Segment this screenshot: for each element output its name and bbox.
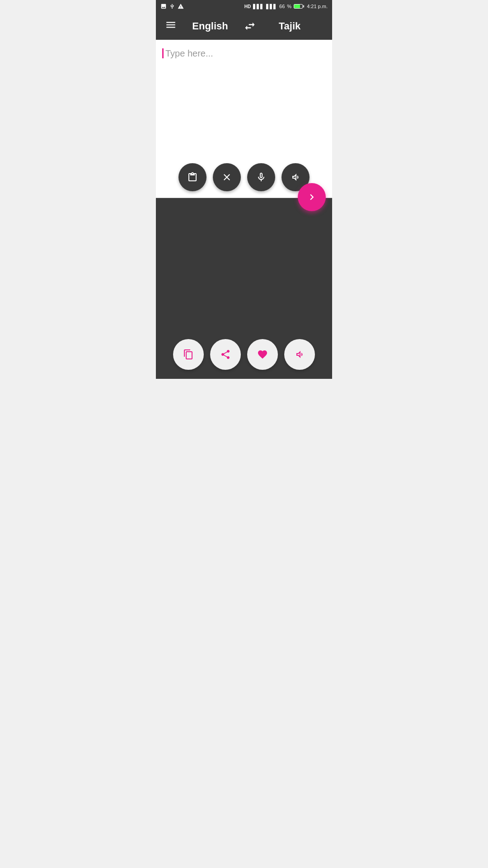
status-bar: HD ▋▋▋ ▋▋▋ 66% 4:21 p.m.	[156, 0, 332, 13]
text-cursor	[162, 48, 164, 58]
volume-icon	[290, 172, 301, 183]
clipboard-button[interactable]	[178, 163, 206, 191]
signal-2: ▋▋▋	[266, 4, 277, 9]
battery-icon	[294, 4, 303, 9]
copy-icon	[183, 349, 194, 360]
send-icon	[306, 191, 318, 203]
signal-1: ▋▋▋	[253, 4, 264, 9]
text-input-area[interactable]: Type here...	[162, 46, 326, 60]
favorite-button[interactable]	[247, 339, 278, 370]
source-language-label[interactable]: English	[177, 20, 244, 32]
heart-icon	[257, 349, 268, 360]
input-section: Type here...	[156, 40, 332, 198]
time-display: 4:21 p.m.	[307, 4, 328, 9]
share-button[interactable]	[210, 339, 241, 370]
input-placeholder: Type here...	[165, 48, 213, 58]
tts-icon	[294, 349, 305, 360]
image-icon	[160, 3, 167, 9]
swap-icon	[244, 20, 256, 33]
hamburger-icon	[165, 19, 177, 31]
app-header: English Tajik	[156, 13, 332, 40]
send-translate-button[interactable]	[298, 183, 326, 211]
battery-fill	[294, 5, 300, 8]
usb-icon	[169, 3, 175, 9]
tts-output-button[interactable]	[284, 339, 315, 370]
swap-language-button[interactable]	[244, 20, 256, 33]
input-action-buttons	[178, 163, 310, 191]
clear-button[interactable]	[213, 163, 241, 191]
close-icon	[221, 172, 232, 183]
warning-icon	[178, 3, 184, 9]
share-icon	[220, 349, 231, 360]
target-language-label[interactable]: Tajik	[256, 20, 323, 32]
microphone-button[interactable]	[247, 163, 275, 191]
hd-badge: HD	[244, 4, 251, 9]
status-right-info: HD ▋▋▋ ▋▋▋ 66% 4:21 p.m.	[244, 4, 328, 9]
output-section	[156, 198, 332, 379]
battery-percent: 66	[279, 4, 285, 9]
clipboard-icon	[187, 172, 198, 183]
main-container: Type here...	[156, 40, 332, 379]
copy-output-button[interactable]	[173, 339, 204, 370]
menu-button[interactable]	[165, 19, 177, 33]
output-action-buttons	[173, 339, 315, 370]
microphone-icon	[256, 172, 267, 183]
status-left-icons	[160, 3, 184, 9]
